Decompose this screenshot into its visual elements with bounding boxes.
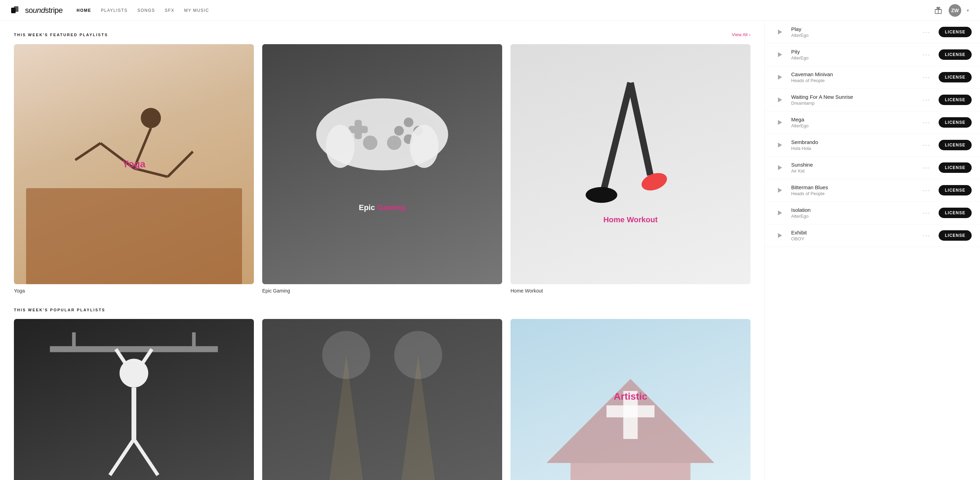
content-area: THIS WEEK'S FEATURED PLAYLISTS View All … [0,21,764,480]
logo[interactable]: soundstripe [11,6,63,15]
song-row: Play AlterEgo ··· LICENSE [765,21,980,43]
playlist-card-artistic[interactable]: Artistic House of Worship: Artistic [511,319,751,480]
song-info-caveman: Caveman Minivan Heads of People [791,71,915,83]
nav-playlists[interactable]: PLAYLISTS [101,8,127,13]
playlist-card-workout[interactable]: Home Workout Home Workout [511,44,751,294]
nav-home[interactable]: HOME [76,8,91,13]
livestream-scene: Livestream [262,319,502,480]
play-button-pity[interactable] [773,48,786,61]
license-button-bitterman[interactable]: LICENSE [939,185,972,196]
yoga-overlay-text: Yoga [123,159,145,170]
song-artist-sunshine: Air Kid [791,168,915,174]
svg-line-6 [75,143,100,160]
running-figure [565,56,697,241]
song-title-waiting: Waiting For A New Sunrise [791,94,915,100]
controller-icon [310,80,454,176]
nav-songs[interactable]: SONGS [137,8,155,13]
song-info-waiting: Waiting For A New Sunrise Dreamlamp [791,94,915,106]
license-button-sunshine[interactable]: LICENSE [939,163,972,173]
svg-rect-42 [606,405,654,418]
svg-rect-1 [14,6,18,12]
playlist-card-gym[interactable]: Gym Time Gym Time [14,319,254,480]
popular-playlist-grid: Gym Time Gym Time [14,319,751,480]
play-button-waiting[interactable] [773,94,786,106]
song-row: Waiting For A New Sunrise Dreamlamp ··· … [765,89,980,111]
play-button-sunshine[interactable] [773,161,786,174]
song-row: Mega AlterEgo ··· LICENSE [765,111,980,134]
view-all-featured[interactable]: View All › [732,32,751,37]
more-options-mega[interactable]: ··· [920,118,933,128]
more-options-bitterman[interactable]: ··· [920,185,933,196]
svg-point-11 [404,117,414,127]
license-button-caveman[interactable]: LICENSE [939,72,972,83]
more-options-waiting[interactable]: ··· [920,95,933,105]
svg-point-3 [140,108,161,128]
svg-marker-36 [322,355,371,480]
license-button-pity[interactable]: LICENSE [939,49,972,60]
more-options-sembrando[interactable]: ··· [920,140,933,150]
play-button-mega[interactable] [773,116,786,129]
featured-section-header: THIS WEEK'S FEATURED PLAYLISTS View All … [14,32,751,37]
workout-overlay-text: Home Workout [603,215,658,224]
song-title-sembrando: Sembrando [791,139,915,145]
license-button-waiting[interactable]: LICENSE [939,95,972,105]
song-title-play: Play [791,26,915,32]
main-layout: THIS WEEK'S FEATURED PLAYLISTS View All … [0,21,980,480]
svg-point-20 [410,124,439,167]
artistic-scene: Artistic [511,319,751,480]
more-options-isolation[interactable]: ··· [920,208,933,218]
play-button-bitterman[interactable] [773,184,786,196]
svg-point-23 [585,187,617,203]
svg-line-22 [630,83,650,175]
play-button-play[interactable] [773,26,786,38]
svg-line-21 [604,83,630,188]
song-row: Sembrando Hola Hola ··· LICENSE [765,134,980,156]
gym-figure [38,331,230,480]
song-artist-caveman: Heads of People [791,78,915,83]
workout-label: Home Workout [511,288,543,293]
song-info-bitterman: Bitterman Blues Heads of People [791,184,915,196]
play-button-isolation[interactable] [773,207,786,219]
gaming-scene: Epic Gaming [262,44,502,284]
nav-my-music[interactable]: MY MUSIC [184,8,209,13]
play-button-caveman[interactable] [773,71,786,83]
svg-point-19 [326,124,355,167]
license-button-isolation[interactable]: LICENSE [939,208,972,218]
header-left: soundstripe HOME PLAYLISTS SONGS SFX MY … [11,6,209,15]
more-options-pity[interactable]: ··· [920,50,933,60]
playlist-thumb-workout: Home Workout [511,44,751,284]
song-artist-pity: AlterEgo [791,55,915,61]
nav-sfx[interactable]: SFX [165,8,175,13]
playlist-thumb-livestream: Livestream [262,319,502,480]
play-triangle-bitterman [778,188,782,193]
play-button-exhibit[interactable] [773,229,786,242]
license-button-exhibit[interactable]: LICENSE [939,230,972,241]
playlist-card-yoga[interactable]: Yoga Yoga [14,44,254,294]
avatar[interactable]: ZW [949,4,961,17]
play-triangle-sunshine [778,165,782,170]
more-options-sunshine[interactable]: ··· [920,163,933,173]
featured-playlist-grid: Yoga Yoga [14,44,751,294]
song-info-exhibit: Exhibit OBOY [791,230,915,241]
artistic-overlay-text: Artistic [614,391,647,402]
song-row: Exhibit OBOY ··· LICENSE [765,224,980,247]
more-options-exhibit[interactable]: ··· [920,231,933,241]
svg-line-33 [134,439,158,475]
gift-icon[interactable] [934,6,943,15]
playlist-card-gaming[interactable]: Epic Gaming Epic Gaming [262,44,502,294]
svg-point-17 [363,135,377,150]
license-button-mega[interactable]: LICENSE [939,117,972,128]
header: soundstripe HOME PLAYLISTS SONGS SFX MY … [0,0,980,21]
song-info-play: Play AlterEgo [791,26,915,38]
song-artist-play: AlterEgo [791,33,915,38]
play-triangle-caveman [778,75,782,80]
more-options-play[interactable]: ··· [920,27,933,37]
svg-point-13 [395,126,404,136]
playlist-card-livestream[interactable]: Livestream House of Worship: Livestream [262,319,502,480]
more-options-caveman[interactable]: ··· [920,72,933,83]
play-button-sembrando[interactable] [773,139,786,151]
chevron-down-icon[interactable]: ▾ [967,8,969,13]
gaming-label: Epic Gaming [262,288,290,293]
license-button-sembrando[interactable]: LICENSE [939,140,972,150]
license-button-play[interactable]: LICENSE [939,27,972,37]
